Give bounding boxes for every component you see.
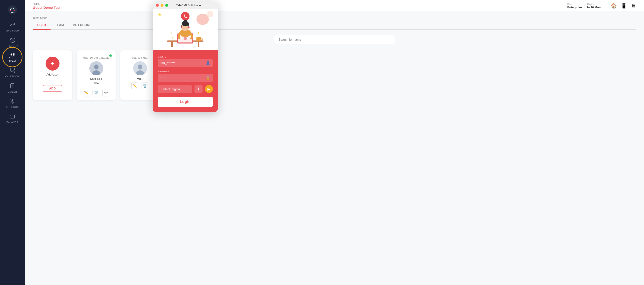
svg-point-0: [8, 6, 17, 14]
user-id-1: 104: [94, 81, 99, 85]
hello-text: Hello,: [33, 2, 60, 6]
svg-point-14: [12, 101, 13, 102]
sidebar-item-history[interactable]: HISTORY: [0, 34, 25, 50]
userid-field-label: User ID: [158, 55, 213, 58]
password-field-label: Password: [158, 70, 213, 73]
svg-point-13: [12, 87, 13, 87]
titlebar-close[interactable]: [156, 4, 159, 7]
user-greeting: Hello, Gobal-Demo Test: [33, 2, 60, 10]
svg-rect-15: [10, 115, 14, 118]
tab-team[interactable]: TEAM: [50, 21, 68, 30]
login-button[interactable]: Login: [158, 97, 213, 107]
userid-input-wrap: 👤: [158, 59, 213, 67]
mobile-icon[interactable]: 📱: [621, 3, 627, 9]
svg-rect-2: [14, 10, 14, 11]
svg-rect-24: [171, 42, 173, 47]
svg-point-4: [10, 54, 12, 55]
user-name: Gobal-Demo Test: [33, 6, 60, 10]
star-deco: ★: [158, 12, 162, 17]
tab-user[interactable]: USER: [33, 21, 50, 30]
svg-marker-37: [172, 37, 174, 39]
play-button[interactable]: ▶: [205, 85, 213, 93]
plan-value: Enterprise: [568, 6, 582, 9]
svg-point-18: [94, 65, 98, 70]
svg-rect-36: [188, 27, 190, 28]
svg-point-3: [12, 12, 12, 13]
lock-icon: 🔒: [206, 76, 210, 80]
content-area: Team Setup USER TEAM INTERCOM + Add User…: [25, 11, 644, 285]
userid-input[interactable]: [160, 61, 206, 65]
balance-icon: [10, 114, 15, 120]
team-icon: [10, 53, 15, 59]
svg-rect-35: [181, 27, 182, 28]
logo-area: [0, 0, 25, 19]
team-setup-label: Team Setup: [33, 17, 636, 20]
user-name-1: User ID 1: [90, 77, 102, 81]
home-icon[interactable]: 🏠: [611, 3, 617, 9]
add-user-button[interactable]: +: [46, 57, 60, 71]
sidebar-item-team[interactable]: TEAM: [0, 50, 25, 65]
history-icon: [10, 37, 15, 44]
delete-button-2[interactable]: 🗑️: [141, 82, 149, 90]
expire-value: In 10 Mont...: [587, 6, 604, 9]
user-card-1: USERID I: 104_12121212 User ID 1 104 ✏️ …: [76, 50, 116, 100]
select-region-button[interactable]: Select Region: [158, 85, 192, 93]
main-content: Hello, Gobal-Demo Test Plan Enterprise E…: [25, 0, 644, 285]
svg-point-34: [184, 20, 187, 23]
softphone-form: User ID 👤 Password 🔒 Select Region 🎙 ▶ L…: [153, 50, 218, 112]
dialer-icon: SIP: [10, 83, 15, 90]
user-avatar-1: [89, 61, 103, 75]
sidebar-item-live-feed[interactable]: LIVE FEED: [0, 19, 25, 34]
sidebar-item-balance[interactable]: BALANCE: [0, 111, 25, 126]
add-button[interactable]: ADD: [43, 85, 62, 92]
delete-button-1[interactable]: 🗑️: [92, 89, 100, 96]
user-avatar-2: [133, 61, 147, 75]
logo-svg: [8, 5, 17, 15]
user-id-label-1: USERID I: 104_12121212: [83, 57, 109, 59]
titlebar-maximize[interactable]: [165, 4, 168, 7]
svg-point-28: [184, 37, 187, 40]
softphone-title: TeleCMI Softphone: [170, 4, 207, 7]
tab-intercom[interactable]: INTERCOM: [68, 21, 94, 30]
select-region-row: Select Region 🎙 ▶: [158, 85, 213, 93]
online-indicator: [109, 54, 112, 57]
view-button-1[interactable]: 👁: [102, 89, 110, 96]
header-icons: 🏠 📱 🖥: [611, 3, 636, 9]
softphone-window: TeleCMI Softphone ★: [153, 2, 218, 112]
user-cards-row: + Add User ADD USERID I: 104_12121212 Us…: [33, 50, 636, 100]
add-user-label: Add User: [46, 73, 58, 76]
sidebar-item-settings[interactable]: SETTINGS: [0, 95, 25, 111]
tabs: USER TEAM INTERCOM: [33, 21, 636, 30]
light-blob: [206, 11, 213, 17]
expire-label: Expire: [587, 3, 594, 6]
edit-button-1[interactable]: ✏️: [83, 89, 90, 96]
sidebar-item-call-flow[interactable]: CALL FLOW: [0, 65, 25, 80]
svg-rect-29: [196, 37, 201, 41]
edit-button-2[interactable]: ✏️: [131, 82, 139, 90]
softphone-titlebar: TeleCMI Softphone: [153, 2, 218, 9]
search-bar: [33, 35, 636, 44]
svg-point-21: [138, 65, 142, 70]
plan-label: Plan: [568, 3, 572, 6]
svg-point-39: [170, 32, 172, 34]
svg-point-5: [13, 54, 14, 56]
monitor-icon[interactable]: 🖥: [631, 3, 636, 9]
sidebar-item-dialer[interactable]: SIP DIALER: [0, 80, 25, 95]
password-input[interactable]: [160, 76, 206, 80]
select-region-label: Select Region: [162, 87, 180, 91]
user-card-actions-1: ✏️ 🗑️ 👁: [83, 89, 110, 96]
svg-point-38: [198, 32, 199, 34]
svg-rect-25: [198, 42, 200, 47]
titlebar-minimize[interactable]: [160, 4, 164, 7]
user-name-2: Mo...: [137, 77, 143, 81]
app-logo: [6, 4, 18, 16]
search-input[interactable]: [274, 35, 395, 44]
user-card-actions-2: ✏️ 🗑️: [131, 82, 149, 90]
settings-icon: [10, 98, 15, 105]
svg-rect-16: [11, 117, 12, 117]
user-id-label-2: USERID I: Mo...: [132, 57, 148, 59]
mic-icon[interactable]: 🎙: [194, 85, 202, 93]
sidebar: LIVE FEED HISTORY TEAM: [0, 0, 25, 285]
header-right: Plan Enterprise Expire In 10 Mont... 🏠 📱…: [568, 3, 636, 9]
softphone-illustration: ★: [153, 9, 218, 50]
